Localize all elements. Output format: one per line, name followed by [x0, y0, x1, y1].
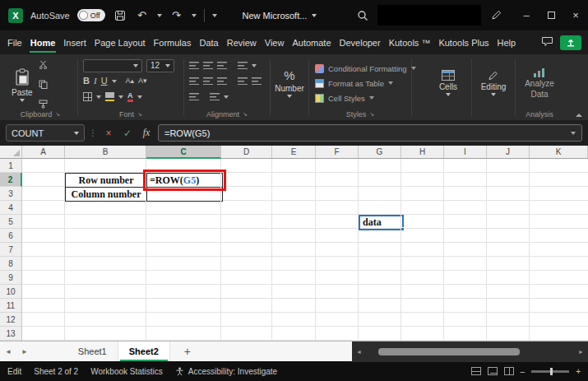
shrink-font-icon[interactable]: A▾	[138, 77, 147, 85]
column-header[interactable]: C	[146, 146, 221, 159]
column-header[interactable]: I	[444, 146, 487, 159]
column-header[interactable]: J	[487, 146, 530, 159]
menu-tab[interactable]: Review	[223, 30, 261, 54]
excel-logo-icon[interactable]: X	[8, 8, 23, 23]
zoom-slider-thumb[interactable]	[550, 368, 553, 375]
column-header[interactable]: B	[65, 146, 146, 159]
increase-indent-icon[interactable]	[252, 77, 262, 85]
cut-icon[interactable]	[39, 58, 48, 72]
middle-align-icon[interactable]	[203, 62, 213, 69]
column-header[interactable]: E	[272, 146, 316, 159]
merge-center-icon[interactable]	[210, 93, 220, 100]
scroll-left-icon[interactable]: ◄	[356, 349, 362, 355]
enter-button[interactable]: ✓	[120, 126, 135, 141]
column-header[interactable]: G	[359, 146, 401, 159]
style-button[interactable]: Conditional Formatting	[312, 61, 409, 76]
horizontal-scrollbar-thumb[interactable]	[378, 348, 520, 355]
horizontal-scrollbar[interactable]: ◄ ►	[352, 342, 588, 362]
page-layout-view-icon[interactable]	[488, 367, 498, 375]
decrease-indent-icon[interactable]	[238, 77, 248, 85]
menu-tab[interactable]: Page Layout	[90, 30, 150, 54]
align-right-icon[interactable]	[217, 77, 227, 85]
menu-tab[interactable]: Home	[26, 30, 60, 54]
fill-color-chevron-down-icon[interactable]	[118, 95, 123, 99]
autosave-toggle[interactable]: Off	[77, 9, 105, 21]
add-sheet-button[interactable]: +	[180, 345, 195, 358]
cell-C3[interactable]	[146, 187, 223, 202]
expand-formula-bar-icon[interactable]	[571, 132, 576, 135]
workbook-statistics-button[interactable]: Workbook Statistics	[90, 367, 163, 376]
align-left-icon[interactable]	[189, 77, 199, 85]
menu-tab[interactable]: Automate	[288, 30, 335, 54]
menu-tab[interactable]: Kutools Plus	[434, 30, 493, 54]
menu-tab[interactable]: Formulas	[150, 30, 196, 54]
row-header[interactable]: 4	[0, 201, 22, 215]
column-header[interactable]: F	[316, 146, 359, 159]
collapse-ribbon-icon[interactable]	[576, 114, 582, 117]
menu-tab[interactable]: File	[3, 30, 26, 54]
row-header[interactable]: 9	[0, 271, 22, 285]
grow-font-icon[interactable]: A▴	[126, 77, 135, 85]
style-button[interactable]: Cell Styles	[312, 91, 409, 105]
analyze-data-button[interactable]: Analyze Data	[518, 58, 561, 109]
page-break-view-icon[interactable]	[504, 367, 514, 375]
redo-icon[interactable]: ↷	[169, 8, 184, 23]
name-box[interactable]: COUNT	[6, 124, 85, 142]
undo-chevron-down-icon[interactable]	[157, 14, 162, 17]
font-dialog-launcher-icon[interactable]: ↘	[137, 111, 142, 118]
borders-icon[interactable]	[83, 92, 92, 101]
menu-tab[interactable]: Insert	[59, 30, 90, 54]
row-header[interactable]: 7	[0, 243, 22, 257]
font-size-combo[interactable]: 12	[146, 59, 174, 72]
font-name-combo[interactable]	[83, 59, 142, 72]
row-header[interactable]: 12	[0, 313, 22, 327]
bold-button[interactable]: B	[83, 77, 90, 86]
row-header[interactable]: 5	[0, 215, 22, 229]
comments-icon[interactable]	[541, 36, 553, 49]
row-header[interactable]: 3	[0, 187, 22, 201]
number-format-button[interactable]: % Number	[273, 66, 306, 100]
menu-tab[interactable]: Data	[195, 30, 222, 54]
alignment-dialog-launcher-icon[interactable]: ↘	[243, 111, 248, 118]
cancel-button[interactable]: ×	[101, 126, 116, 141]
row-header[interactable]: 8	[0, 257, 22, 271]
menu-tab[interactable]: Kutools ™	[385, 30, 435, 54]
next-sheet-icon[interactable]: ►	[16, 348, 33, 355]
redo-chevron-down-icon[interactable]	[192, 14, 197, 17]
row-header[interactable]: 1	[0, 159, 22, 173]
editing-button[interactable]: Editing	[475, 67, 512, 99]
menu-tab[interactable]: Help	[493, 30, 521, 54]
font-color-chevron-down-icon[interactable]	[137, 95, 142, 99]
cell-B2[interactable]: Row number	[65, 173, 147, 188]
zoom-in-button[interactable]: +	[576, 367, 581, 376]
share-button[interactable]	[560, 35, 581, 50]
maximize-button[interactable]	[539, 0, 563, 30]
zoom-out-button[interactable]: –	[521, 367, 525, 376]
menu-tab[interactable]: View	[261, 30, 289, 54]
row-header[interactable]: 13	[0, 327, 22, 341]
underline-button[interactable]: U	[101, 77, 108, 86]
borders-chevron-down-icon[interactable]	[96, 95, 101, 99]
normal-view-icon[interactable]	[471, 367, 481, 375]
column-header[interactable]: D	[221, 146, 272, 159]
underline-chevron-down-icon[interactable]	[112, 80, 117, 83]
row-header[interactable]: 10	[0, 285, 22, 299]
column-header[interactable]: A	[22, 146, 65, 159]
styles-dialog-launcher-icon[interactable]: ↘	[369, 111, 374, 118]
insert-function-button[interactable]: fx	[139, 126, 154, 141]
document-title-area[interactable]: New Microsoft...	[243, 11, 317, 21]
scroll-right-icon[interactable]: ►	[578, 349, 584, 355]
grid-canvas[interactable]: Row number =ROW(G5) Column number data	[22, 159, 588, 341]
formula-input[interactable]: =ROW(G5)	[158, 124, 582, 142]
fill-color-icon[interactable]	[105, 92, 114, 101]
orientation-chevron-down-icon[interactable]	[252, 64, 257, 67]
pen-icon[interactable]	[488, 8, 503, 23]
column-header[interactable]: K	[530, 146, 588, 159]
minimize-button[interactable]: –	[514, 0, 539, 30]
copy-icon[interactable]	[39, 77, 48, 92]
previous-sheet-icon[interactable]: ◄	[0, 348, 16, 355]
zoom-slider[interactable]	[531, 370, 569, 373]
clipboard-dialog-launcher-icon[interactable]: ↘	[55, 111, 60, 118]
align-center-icon[interactable]	[203, 77, 213, 85]
select-all-corner[interactable]	[0, 146, 22, 159]
